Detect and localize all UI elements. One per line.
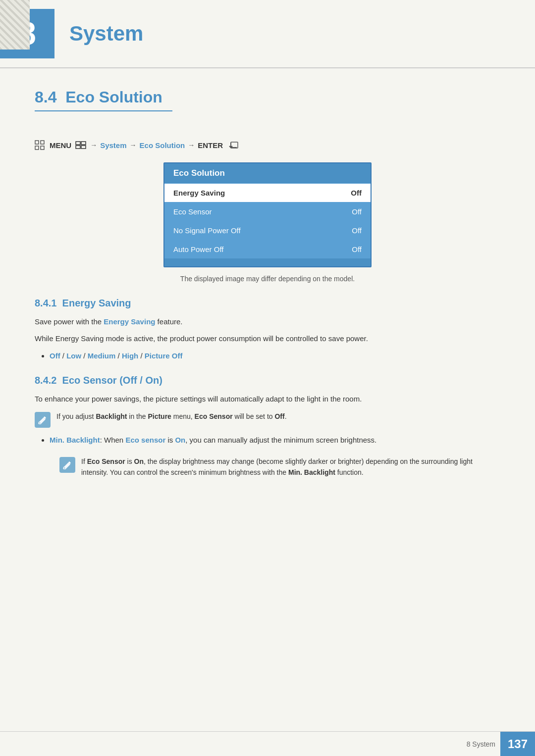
- svg-rect-6: [76, 146, 80, 149]
- menu-item-energy-saving[interactable]: Energy Saving Off: [164, 183, 371, 202]
- subsection-842-heading: 8.4.2 Eco Sensor (Off / On): [35, 375, 500, 386]
- nav-breadcrumb: MENU → System → Eco Solution → ENTER: [35, 140, 500, 150]
- section-842: 8.4.2 Eco Sensor (Off / On) To enhance y…: [35, 375, 500, 478]
- svg-rect-7: [81, 146, 86, 149]
- eco-sensor-label: Eco Sensor: [173, 207, 212, 216]
- page-footer: 8 System 137: [0, 731, 535, 756]
- auto-power-label: Auto Power Off: [173, 245, 223, 253]
- energy-saving-value: Off: [351, 189, 362, 197]
- eco-solution-menu: Eco Solution Energy Saving Off Eco Senso…: [163, 162, 372, 267]
- corner-decoration: [0, 0, 30, 50]
- nav-eco-solution: Eco Solution: [140, 141, 185, 150]
- nav-enter-label: ENTER: [198, 141, 223, 150]
- energy-saving-label: Energy Saving: [173, 189, 225, 197]
- svg-rect-5: [81, 142, 86, 145]
- menu-item-eco-sensor[interactable]: Eco Sensor Off: [164, 202, 371, 221]
- energy-saving-options-item: Off / Low / Medium / High / Picture Off: [50, 350, 500, 362]
- content-area: 8.4 Eco Solution MENU → System → Eco Sol…: [0, 68, 535, 530]
- auto-power-value: Off: [352, 245, 362, 253]
- pencil-icon-1: [38, 415, 48, 425]
- svg-rect-3: [41, 146, 44, 150]
- menu-icon: [35, 140, 45, 150]
- subsection-841-heading: 8.4.1 Energy Saving: [35, 298, 500, 309]
- footer-section-label: 8 System: [467, 740, 495, 748]
- menu-item-no-signal[interactable]: No Signal Power Off Off: [164, 221, 371, 240]
- energy-saving-options: Off / Low / Medium / High / Picture Off: [50, 350, 500, 362]
- nav-grid-icon: [75, 141, 86, 149]
- chapter-title: System: [69, 22, 143, 46]
- no-signal-value: Off: [352, 226, 362, 235]
- svg-rect-2: [35, 146, 39, 150]
- energy-saving-text1: Save power with the Energy Saving featur…: [35, 316, 500, 328]
- page-number-box: 137: [500, 732, 535, 756]
- no-signal-label: No Signal Power Off: [173, 226, 241, 235]
- min-backlight-item: Min. Backlight: When Eco sensor is On, y…: [50, 434, 500, 447]
- nav-system: System: [100, 141, 126, 150]
- note-icon-1: [35, 412, 51, 428]
- nav-arrow-2: →: [130, 141, 137, 149]
- section-heading-container: 8.4 Eco Solution: [35, 88, 500, 126]
- menu-item-auto-power[interactable]: Auto Power Off Off: [164, 240, 371, 258]
- pencil-icon-2: [62, 460, 72, 470]
- section-heading: 8.4 Eco Solution: [35, 88, 172, 111]
- note-icon-2: [59, 457, 75, 473]
- menu-caption: The displayed image may differ depending…: [35, 275, 500, 283]
- section-841: 8.4.1 Energy Saving Save power with the …: [35, 298, 500, 362]
- eco-sensor-text1: To enhance your power savings, the pictu…: [35, 393, 500, 405]
- note-box-2: If Eco Sensor is On, the display brightn…: [59, 456, 500, 478]
- min-backlight-list: Min. Backlight: When Eco sensor is On, y…: [50, 434, 500, 447]
- nav-arrow-3: →: [188, 141, 195, 149]
- energy-saving-text2: While Energy Saving mode is active, the …: [35, 333, 500, 345]
- svg-rect-0: [35, 141, 39, 144]
- chapter-header: 8 System: [0, 0, 535, 68]
- eco-sensor-value: Off: [352, 207, 362, 216]
- note-text-1: If you adjust Backlight in the Picture m…: [56, 411, 287, 422]
- page-number: 137: [508, 737, 528, 751]
- menu-title: Eco Solution: [164, 163, 371, 183]
- note-box-1: If you adjust Backlight in the Picture m…: [35, 411, 500, 428]
- svg-rect-1: [41, 141, 44, 144]
- nav-menu-label: MENU: [50, 141, 71, 150]
- note-text-2: If Eco Sensor is On, the display brightn…: [81, 456, 500, 478]
- nav-arrow-1: →: [90, 141, 97, 149]
- enter-icon: [227, 141, 239, 150]
- svg-rect-4: [76, 142, 80, 145]
